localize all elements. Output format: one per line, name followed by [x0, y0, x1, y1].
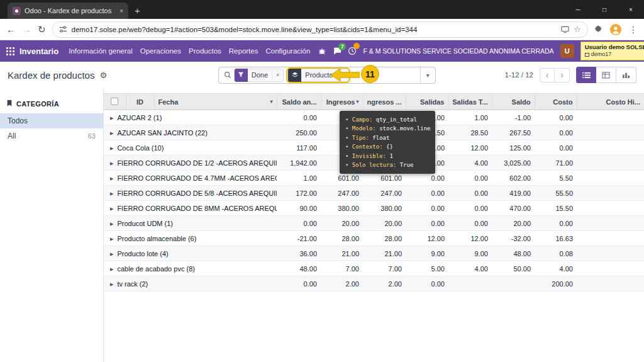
- company-name[interactable]: F & M SOLUTIONS SERVICE SOCIEDAD ANONIMA…: [363, 47, 553, 55]
- debug-icon[interactable]: [318, 47, 326, 55]
- select-all-checkbox[interactable]: [111, 98, 118, 105]
- expand-caret-icon[interactable]: ▶: [110, 237, 113, 241]
- tab-title: Odoo - Kardex de productos: [25, 7, 116, 14]
- apps-grid-icon[interactable]: [6, 47, 14, 55]
- column-header-saldo[interactable]: Saldo: [492, 94, 535, 110]
- window-maximize-button[interactable]: □: [591, 0, 618, 19]
- content: CATEGORÍA TodosAll63 IDFecha▾Saldo an...…: [0, 88, 644, 362]
- expand-caret-icon[interactable]: ▶: [110, 191, 113, 196]
- group-name-cell: ▶Producto lote (4): [104, 246, 277, 261]
- column-header-salidas[interactable]: Salidas: [406, 94, 448, 110]
- table-group-row[interactable]: ▶tv rack (2)0.002.002.000.00200.00: [104, 276, 644, 291]
- group-name-cell: ▶FIERRO CORRUGADO DE 1/2 -ACEROS AREQUIP…: [104, 156, 277, 171]
- table-cell: 200.00: [535, 276, 577, 291]
- sidebar-item-todos[interactable]: Todos: [0, 113, 103, 128]
- select-all-cell: [104, 94, 126, 110]
- sidebar-item-all[interactable]: All63: [0, 128, 103, 144]
- view-switcher: [576, 67, 636, 83]
- expand-caret-icon[interactable]: ▶: [110, 116, 113, 120]
- expand-caret-icon[interactable]: ▶: [110, 131, 113, 135]
- column-header-ingresos[interactable]: Ingresos▾: [321, 94, 363, 110]
- messages-icon[interactable]: 7: [333, 47, 341, 55]
- column-header-costo[interactable]: Costo: [535, 94, 577, 110]
- group-by-icon: [288, 69, 301, 82]
- activities-badge: [353, 43, 360, 49]
- column-header-fecha[interactable]: Fecha▾: [154, 94, 277, 110]
- view-graph-button[interactable]: [616, 67, 636, 83]
- search-input[interactable]: Done×Producto× ▾: [218, 67, 436, 84]
- navbar-menu-item-operaciones[interactable]: Operaciones: [136, 47, 185, 55]
- expand-caret-icon[interactable]: ▶: [110, 222, 113, 226]
- column-header-ingresos[interactable]: Ingresos ...: [363, 94, 406, 110]
- table-group-row[interactable]: ▶Producot UDM (1)0.0020.0020.000.000.002…: [104, 216, 644, 231]
- table-group-row[interactable]: ▶FIERRO CORRUGADO DE 5/8 -ACEROS AREQUIP…: [104, 186, 644, 201]
- expand-caret-icon[interactable]: ▶: [110, 176, 113, 181]
- window-close-button[interactable]: ×: [618, 0, 644, 19]
- extensions-icon[interactable]: [594, 25, 602, 33]
- navbar-menu-item-reportes[interactable]: Reportes: [225, 47, 262, 55]
- navbar-right: 7 F & M SOLUTIONS SERVICE SOCIEDAD ANONI…: [318, 42, 644, 60]
- search-dropdown-toggle[interactable]: ▾: [420, 67, 435, 83]
- back-button[interactable]: ←: [6, 25, 16, 34]
- column-header-saldo-an[interactable]: Saldo an...: [277, 94, 321, 110]
- view-pivot-button[interactable]: [596, 67, 616, 83]
- user-menu[interactable]: Usuario demo SOLSE ▾ demo17: [580, 42, 644, 60]
- column-header-id[interactable]: ID: [126, 94, 154, 110]
- table-cell: 250.00: [277, 125, 321, 140]
- sidebar-item-count: 63: [88, 132, 96, 140]
- app-brand[interactable]: Inventario: [19, 47, 58, 56]
- bookmark-star-icon[interactable]: ☆: [574, 25, 581, 34]
- site-info-icon[interactable]: [59, 25, 67, 33]
- browser-menu-icon[interactable]: ⋮: [629, 25, 638, 35]
- table-cell: 0.00: [535, 216, 577, 231]
- navbar-menu-item-configuraci-n[interactable]: Configuración: [262, 47, 314, 55]
- pager-previous-button[interactable]: ‹: [540, 68, 555, 82]
- send-to-device-icon[interactable]: [561, 25, 569, 33]
- expand-caret-icon[interactable]: ▶: [110, 282, 113, 286]
- navbar-menu-item-productos[interactable]: Productos: [185, 47, 225, 55]
- browser-tab[interactable]: Odoo - Kardex de productos ×: [8, 3, 128, 19]
- table-cell: 9.00: [448, 246, 492, 261]
- action-gear-icon[interactable]: ⚙: [99, 71, 107, 80]
- facet-remove-icon[interactable]: ×: [272, 72, 283, 78]
- pager-next-button[interactable]: ›: [555, 68, 570, 82]
- sort-caret-icon: ▾: [270, 99, 272, 105]
- expand-caret-icon[interactable]: ▶: [110, 252, 113, 256]
- sidebar-item-label: All: [8, 132, 16, 140]
- table-group-row[interactable]: ▶FIERRO CORRUGADO DE 8MM -ACEROS AREQUIP…: [104, 201, 644, 216]
- table-cell: [577, 276, 644, 291]
- reload-button[interactable]: ↻: [38, 25, 46, 34]
- forward-button[interactable]: →: [22, 25, 31, 34]
- tooltip-value: 1: [389, 153, 392, 159]
- table-cell: 55.50: [535, 186, 577, 201]
- table-group-row[interactable]: ▶Producto almacenable (6)-21.0028.0028.0…: [104, 231, 644, 246]
- table-cell: 16.63: [535, 231, 577, 246]
- expand-caret-icon[interactable]: ▶: [110, 267, 113, 271]
- search-facet-done[interactable]: Done×: [234, 69, 284, 82]
- table-group-row[interactable]: ▶cable de acabado pvc (8)48.007.007.005.…: [104, 261, 644, 276]
- tooltip-key: Contexto:: [352, 144, 386, 150]
- table-cell: 28.50: [448, 125, 492, 140]
- table-group-row[interactable]: ▶Producto lote (4)36.0021.0021.009.009.0…: [104, 246, 644, 261]
- address-bar[interactable]: demo17.solse.pe/web?debug=1#action=503&m…: [52, 21, 588, 38]
- view-list-button[interactable]: [576, 67, 596, 83]
- profile-avatar[interactable]: [610, 24, 621, 35]
- column-header-salidas-t[interactable]: Salidas T...: [448, 94, 492, 110]
- navbar-menu-item-informaci-n-general[interactable]: Información general: [65, 47, 136, 55]
- tab-close-icon[interactable]: ×: [119, 8, 123, 14]
- window-minimize-button[interactable]: ─: [565, 0, 591, 19]
- expand-caret-icon[interactable]: ▶: [110, 146, 113, 150]
- column-header-costo-hi[interactable]: Costo Hi...: [577, 94, 644, 110]
- expand-caret-icon[interactable]: ▶: [110, 206, 113, 211]
- new-tab-button[interactable]: +: [135, 5, 140, 16]
- expand-caret-icon[interactable]: ▶: [110, 161, 113, 166]
- tooltip-value: {}: [386, 144, 393, 150]
- tooltip-value: stock.move.line: [379, 125, 430, 132]
- table-cell: 71.00: [535, 156, 577, 171]
- table-cell: 0.00: [448, 216, 492, 231]
- facet-label: Done: [248, 71, 272, 79]
- tooltip-line: Invisible: 1: [345, 152, 430, 161]
- table-cell: 2.00: [321, 276, 363, 291]
- user-avatar[interactable]: U: [560, 44, 574, 58]
- activities-icon[interactable]: [348, 47, 357, 55]
